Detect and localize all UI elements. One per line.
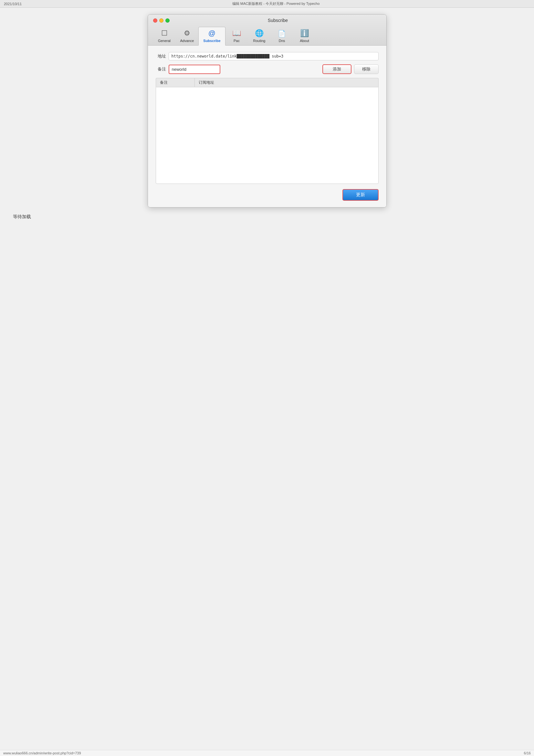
update-button[interactable]: 更新 [343,189,379,201]
mac-window: Subscribe ☐ General ⚙ Advance @ Subscrib… [148,14,387,207]
toolbar: ☐ General ⚙ Advance @ Subscribe 📖 Pac 🌐 [153,26,381,45]
remove-button[interactable]: 移除 [354,64,379,74]
note-label: 备注 [156,66,166,72]
note-input[interactable] [169,65,220,74]
traffic-lights [153,18,169,23]
note-row: 备注 添加 移除 [156,64,379,74]
browser-title: 编辑 MAC新版教程 - 今天好无聊 - Powered by Typecho [22,1,530,6]
tab-dns[interactable]: 📄 Dns [271,28,293,45]
window-title: Subscribe [175,18,381,23]
action-bar: 更新 [156,189,379,201]
tab-advance-label: Advance [180,39,194,43]
dns-icon: 📄 [278,30,286,38]
advance-icon: ⚙ [184,29,190,38]
loading-text: 等待加载 [10,214,524,220]
browser-bar: 2021/10/11 编辑 MAC新版教程 - 今天好无聊 - Powered … [0,0,534,8]
subscribe-icon: @ [208,29,216,38]
tab-general[interactable]: ☐ General [153,27,176,45]
general-icon: ☐ [161,29,168,38]
table-col-url: 订阅地址 [195,78,378,87]
tab-general-label: General [158,39,170,43]
add-button[interactable]: 添加 [322,64,351,74]
table-body[interactable] [156,87,379,184]
tab-about[interactable]: ℹ️ About [293,27,316,45]
minimize-button[interactable] [159,18,164,23]
tab-dns-label: Dns [279,39,285,43]
tab-pac-label: Pac [234,39,240,43]
tab-routing[interactable]: 🌐 Routing [248,27,271,45]
maximize-button[interactable] [165,18,169,23]
table-header: 备注 订阅地址 [156,78,379,87]
tab-routing-label: Routing [253,39,266,43]
window-body: 地址 备注 添加 移除 备注 订阅地址 更新 [148,45,386,207]
address-row: 地址 [156,52,379,61]
tab-about-label: About [300,39,309,43]
page-content: Subscribe ☐ General ⚙ Advance @ Subscrib… [0,8,534,226]
routing-icon: 🌐 [255,29,264,38]
title-bar: Subscribe ☐ General ⚙ Advance @ Subscrib… [148,14,386,45]
pac-icon: 📖 [232,29,241,38]
browser-date: 2021/10/11 [4,2,22,6]
tab-subscribe[interactable]: @ Subscribe [198,27,225,45]
tab-advance[interactable]: ⚙ Advance [176,27,199,45]
tab-pac[interactable]: 📖 Pac [225,27,248,45]
tab-subscribe-label: Subscribe [203,39,220,43]
address-input[interactable] [169,52,379,61]
address-label: 地址 [156,53,166,59]
close-button[interactable] [153,18,157,23]
title-row: Subscribe [153,18,381,23]
table-col-note: 备注 [156,78,195,87]
about-icon: ℹ️ [300,29,309,38]
